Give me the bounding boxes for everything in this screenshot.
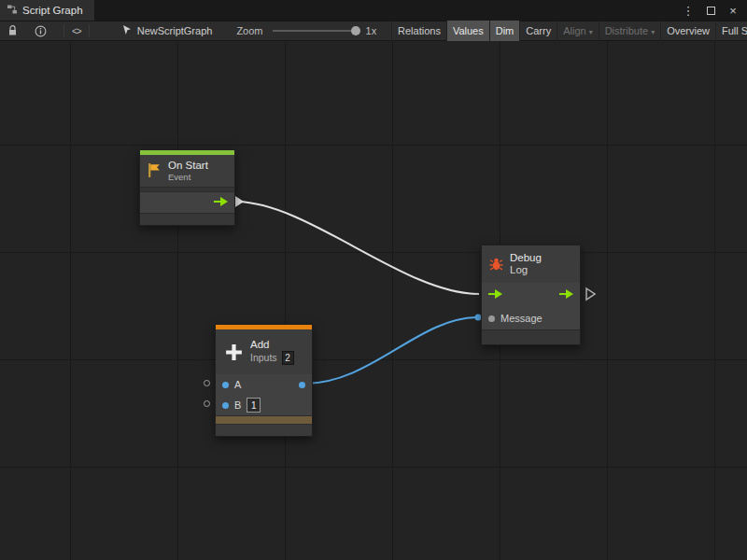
port-b-value-field[interactable]: 1	[247, 398, 261, 413]
inputs-label: Inputs	[250, 353, 277, 363]
graph-name-group[interactable]: NewScriptGraph	[121, 24, 213, 37]
toolbar-separator	[63, 24, 64, 37]
node-title: Add	[250, 339, 294, 351]
relations-button[interactable]: Relations	[391, 21, 446, 41]
cursor-icon	[121, 24, 133, 37]
wire-add-to-message[interactable]	[304, 317, 478, 384]
add-header: Add Inputs 2	[216, 329, 312, 374]
port-row-a: A	[216, 374, 312, 395]
node-add[interactable]: Add Inputs 2 A B 1	[215, 324, 313, 437]
input-port-b[interactable]	[222, 402, 229, 409]
zoom-label: Zoom	[236, 25, 262, 36]
dim-button[interactable]: Dim	[489, 21, 520, 41]
chevron-down-icon: ▾	[651, 28, 655, 36]
flag-icon	[147, 162, 162, 180]
node-subtitle: Event	[168, 172, 208, 182]
tab-title: Script Graph	[22, 5, 83, 16]
flow-output-port[interactable]	[214, 197, 228, 208]
message-label: Message	[500, 313, 543, 324]
maximize-icon[interactable]	[707, 7, 715, 15]
node-title: On Start	[168, 160, 208, 172]
graph-canvas[interactable]: On Start Event Add	[0, 41, 747, 560]
zoom-slider-handle[interactable]	[351, 26, 360, 35]
node-title: Debug	[510, 252, 542, 264]
node-footer	[216, 424, 312, 436]
fullscreen-button[interactable]: Full S	[715, 21, 747, 41]
inputs-count-field[interactable]: 2	[282, 351, 294, 365]
node-subtitle: Log	[510, 264, 542, 276]
port-a-label: A	[234, 379, 241, 390]
align-button[interactable]: Align▾	[557, 21, 598, 41]
toolbar-separator	[89, 24, 90, 37]
port-row-b: B 1	[216, 395, 312, 415]
flow-port-row	[482, 283, 580, 307]
wire-onstart-to-log[interactable]	[235, 202, 479, 294]
message-port-row: Message	[482, 307, 580, 329]
bug-icon	[488, 256, 504, 273]
overview-button[interactable]: Overview	[660, 21, 715, 41]
debug-log-header: Debug Log	[482, 245, 580, 283]
flow-output-port[interactable]	[559, 289, 573, 301]
close-icon[interactable]: ×	[727, 4, 739, 17]
graph-name: NewScriptGraph	[137, 25, 213, 36]
node-footer-accent	[216, 415, 312, 424]
log-flow-output-target-triangle[interactable]	[586, 288, 595, 300]
node-on-start[interactable]: On Start Event	[139, 149, 235, 226]
values-button[interactable]: Values	[446, 21, 489, 41]
message-input-port[interactable]	[488, 315, 495, 322]
node-footer	[482, 329, 580, 344]
graph-icon	[7, 4, 18, 17]
flow-output-row	[140, 192, 234, 213]
node-footer	[140, 213, 234, 225]
flow-input-port[interactable]	[488, 289, 502, 301]
menu-icon[interactable]: ⋮	[683, 4, 694, 17]
lock-icon[interactable]	[4, 21, 21, 40]
input-port-a[interactable]	[222, 382, 229, 388]
zoom-value: 1x	[366, 25, 377, 36]
toolbar-buttons: Relations Values Dim Carry Align▾ Distri…	[391, 21, 747, 41]
node-debug-log[interactable]: Debug Log Message	[481, 245, 581, 345]
tab-bar: Script Graph ⋮ ×	[0, 0, 747, 21]
plus-icon	[222, 343, 245, 362]
carry-button[interactable]: Carry	[519, 21, 557, 41]
zoom-slider[interactable]	[273, 30, 359, 32]
port-a-connection-anchor[interactable]	[204, 380, 210, 386]
code-icon[interactable]: <>	[68, 21, 85, 40]
port-b-label: B	[234, 399, 241, 411]
distribute-button[interactable]: Distribute▾	[599, 21, 660, 41]
script-graph-window: Script Graph ⋮ × <> NewScriptGraph Zoom …	[0, 0, 747, 560]
window-controls: ⋮ ×	[674, 0, 747, 21]
port-b-connection-anchor[interactable]	[204, 400, 210, 407]
on-start-header: On Start Event	[140, 155, 234, 187]
sum-output-port[interactable]	[299, 382, 305, 388]
chevron-down-icon: ▾	[589, 28, 593, 36]
info-icon[interactable]	[31, 21, 50, 40]
tab-script-graph[interactable]: Script Graph	[0, 0, 94, 21]
toolbar: <> NewScriptGraph Zoom Zoom 1x Relations…	[0, 21, 747, 41]
